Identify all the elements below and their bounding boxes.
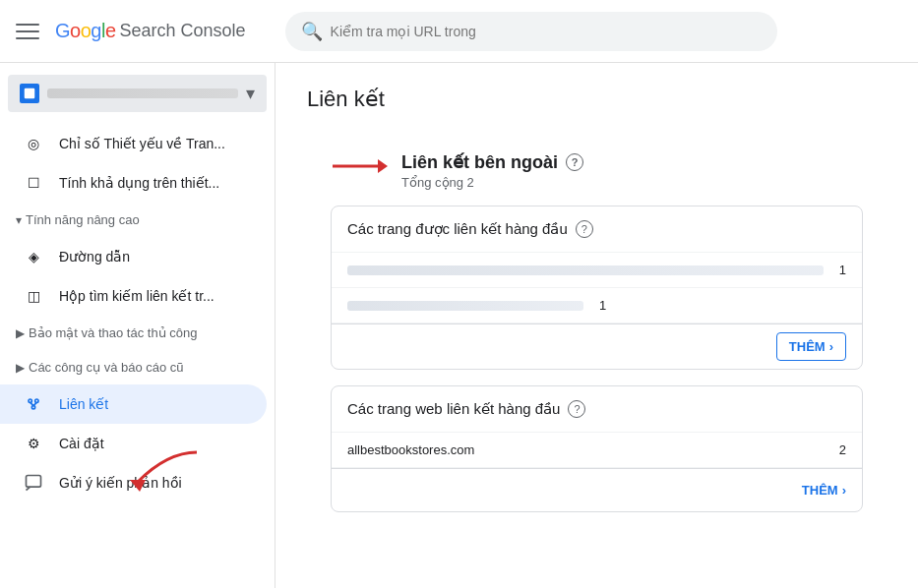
external-links-title: Liên kết bên ngoài ? [401,151,583,173]
chevron-right-icon-2: › [842,483,846,498]
search-bar[interactable]: 🔍 [285,12,777,51]
top-pages-help-icon[interactable]: ? [576,220,593,238]
external-links-subtitle: Tổng cộng 2 [401,175,583,190]
svg-line-5 [33,402,36,405]
advanced-arrow-icon: ▾ [16,213,22,227]
topbar: Google Search Console 🔍 [0,0,918,63]
security-section-label: Bảo mật và thao tác thủ công [29,325,197,340]
top-pages-them-button[interactable]: THÊM › [776,332,846,361]
sidebar-item-cai-dat-label: Cài đặt [59,436,104,451]
property-name-blur [47,88,238,98]
url-blur-1 [347,265,824,275]
sidebar-item-feedback-label: Gửi ý kiến phản hồi [59,475,182,491]
menu-icon[interactable] [16,20,39,43]
website-row-1: allbestbookstores.com 2 [332,433,862,468]
main-layout: ▾ ◎ Chỉ số Thiết yếu về Tran... ☐ Tính k… [0,63,918,588]
top-pages-card: Các trang được liên kết hàng đầu ? 1 1 T… [331,206,863,370]
top-pages-row-2: 1 [332,288,862,323]
property-icon [20,84,39,103]
external-links-section: Liên kết bên ngoài ? Tổng cộng 2 Các tra… [307,136,887,528]
top-websites-card-header: Các trang web liên kết hàng đầu ? [332,386,862,433]
website-count-1: 2 [839,442,846,457]
chevron-right-icon: › [829,339,833,354]
top-pages-card-footer: THÊM › [332,323,862,369]
search-icon: 🔍 [301,21,323,42]
top-websites-them-button[interactable]: THÊM › [802,477,846,503]
search-box-icon: ◫ [24,286,43,306]
svg-rect-0 [25,88,35,99]
website-name-1: allbestbookstores.com [347,442,839,457]
security-section-header[interactable]: ▶ Bảo mật và thao tác thủ công [0,316,275,350]
sidebar-item-tinh-kha-dung[interactable]: ☐ Tính khả dụng trên thiết... [0,163,267,203]
page-title: Liên kết [307,87,887,112]
link-icon [24,394,43,414]
property-selector[interactable]: ▾ [8,75,267,112]
row-count-1: 1 [839,263,846,277]
sidebar-item-hop-tim-kiem-label: Hộp tìm kiếm liên kết tr... [59,288,214,304]
sidebar-item-lien-ket-label: Liên kết [59,396,108,412]
top-websites-card-footer: THÊM › [332,468,862,511]
content-area: Liên kết Liên kết bên ngoài [275,63,918,588]
sidebar-item-feedback[interactable]: Gửi ý kiến phản hồi [0,463,267,502]
tools-arrow-icon: ▶ [16,361,25,375]
sidebar: ▾ ◎ Chỉ số Thiết yếu về Tran... ☐ Tính k… [0,63,275,588]
external-links-header: Liên kết bên ngoài ? Tổng cộng 2 [307,136,887,194]
top-pages-card-header: Các trang được liên kết hàng đầu ? [332,206,862,253]
tools-section-header[interactable]: ▶ Các công cụ và báo cáo cũ [0,350,275,384]
advanced-section-label: Tính năng nâng cao [26,212,140,227]
settings-icon: ⚙ [24,434,43,453]
sidebar-item-duong-dan[interactable]: ◈ Đường dẫn [0,237,267,276]
tools-section-label: Các công cụ và báo cáo cũ [29,360,184,375]
cards-row: Liên kết bên ngoài ? Tổng cộng 2 Các tra… [307,136,887,528]
svg-point-2 [35,399,38,402]
annotation-arrow-right [331,151,390,186]
svg-point-3 [31,406,34,409]
top-pages-row-1: 1 [332,253,862,288]
svg-rect-6 [27,476,41,488]
sidebar-item-hop-tim-kiem[interactable]: ◫ Hộp tìm kiếm liên kết tr... [0,276,267,316]
google-wordmark: Google [55,20,116,42]
console-label: Search Console [120,21,246,41]
search-input[interactable] [331,24,754,39]
sidebar-item-chi-so-label: Chỉ số Thiết yếu về Tran... [59,136,225,151]
url-blur-2 [347,301,583,311]
external-links-title-group: Liên kết bên ngoài ? Tổng cộng 2 [401,151,583,190]
security-arrow-icon: ▶ [16,326,25,340]
row-count-2: 1 [599,298,606,313]
app-logo: Google Search Console [55,20,246,42]
sidebar-item-tinh-kha-dung-label: Tính khả dụng trên thiết... [59,175,219,191]
mobile-icon: ☐ [24,173,43,193]
feedback-icon [24,473,43,493]
sidebar-item-lien-ket[interactable]: Liên kết [0,384,267,424]
svg-point-1 [29,399,31,402]
top-websites-help-icon[interactable]: ? [568,400,585,418]
svg-marker-9 [378,159,388,173]
sidebar-item-cai-dat[interactable]: ⚙ Cài đặt [0,424,267,463]
top-websites-card: Các trang web liên kết hàng đầu ? allbes… [331,385,863,512]
gauge-icon: ◎ [24,134,43,153]
external-links-help-icon[interactable]: ? [566,153,583,171]
layers-icon: ◈ [24,247,43,266]
sidebar-item-chi-so[interactable]: ◎ Chỉ số Thiết yếu về Tran... [0,124,267,163]
sidebar-item-duong-dan-label: Đường dẫn [59,249,130,265]
dropdown-arrow-icon: ▾ [246,83,255,104]
advanced-section-header[interactable]: ▾ Tính năng nâng cao [0,203,275,237]
